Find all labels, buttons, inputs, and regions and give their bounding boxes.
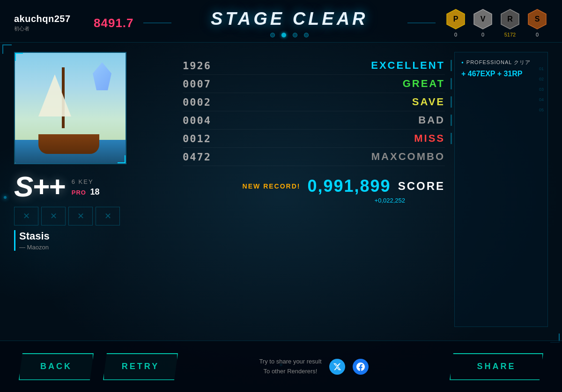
song-title-area: Stasis — Maozon <box>14 230 173 251</box>
badge-icon-p: P <box>445 8 466 30</box>
player-points: 8491.7 <box>94 16 134 30</box>
facebook-icon[interactable] <box>353 359 369 375</box>
stat-count-save: 0002 <box>183 96 225 108</box>
stat-row-excellent: 1926 EXCELLENT <box>183 57 445 75</box>
album-illustration <box>15 53 126 163</box>
right-panel: ● PROFESSIONAL クリア + 467EXP + 31RP 01 02… <box>454 52 548 327</box>
stat-row-maxcombo: 0472 MAXCOMBO <box>183 148 445 166</box>
ship-body <box>29 98 104 154</box>
badge-letter-r: R <box>507 15 513 23</box>
stat-row-bad: 0004 BAD <box>183 111 445 130</box>
share-button[interactable]: SHARE <box>450 353 543 380</box>
left-panel: S++ 6 KEY PRO 18 ✕ ✕ ✕ ✕ Stasis — Maozon <box>14 52 173 327</box>
scale-03: 03 <box>539 87 544 92</box>
reward-title: ● PROFESSIONAL クリア <box>461 59 541 66</box>
badge-v: V 0 <box>472 8 494 37</box>
dot-2 <box>281 33 286 37</box>
badge-icon-s: S <box>526 8 548 30</box>
reward-exp: + 467EXP + 31RP <box>461 70 541 78</box>
stat-row-great: 0007 GREAT <box>183 75 445 93</box>
song-artist: — Maozon <box>19 244 173 251</box>
badge-icon-v: V <box>472 8 494 30</box>
score-label: SCORE <box>398 180 445 193</box>
stage-clear-area: STAGE CLEAR <box>134 9 445 37</box>
rank-badges: P 0 V 0 R <box>445 8 548 37</box>
stat-row-save: 0002 SAVE <box>183 93 445 111</box>
badge-value-v: 0 <box>481 32 484 37</box>
back-button[interactable]: BACK <box>19 353 94 380</box>
badge-value-p: 0 <box>454 32 457 37</box>
stat-bar-save <box>451 96 452 108</box>
mod-box-1: ✕ <box>14 207 38 225</box>
stat-bar-great <box>451 78 452 89</box>
stat-label-save: SAVE <box>370 96 445 108</box>
badge-letter-v: V <box>481 15 486 23</box>
center-panel: 1926 EXCELLENT 0007 GREAT 0002 SAVE 0004… <box>183 52 445 327</box>
grade-text: S++ <box>14 170 65 203</box>
dot-3 <box>293 33 297 37</box>
dot-1 <box>270 33 275 37</box>
stat-label-maxcombo: MAXCOMBO <box>370 151 445 163</box>
album-art <box>14 52 126 164</box>
stat-label-excellent: EXCELLENT <box>370 59 445 72</box>
difficulty-label: PRO <box>72 189 86 196</box>
stat-label-miss: MISS <box>370 132 445 145</box>
badge-icon-r: R <box>499 8 521 30</box>
reward-dot: ● <box>461 60 464 65</box>
new-record-badge: NEW RECORD! <box>243 182 301 190</box>
badge-p: P 0 <box>445 8 466 37</box>
ship-hull <box>38 126 99 154</box>
stat-count-bad: 0004 <box>183 115 225 126</box>
progress-dots <box>270 33 309 37</box>
scale-01: 01 <box>539 66 544 71</box>
reward-title-text: PROFESSIONAL クリア <box>466 59 531 66</box>
badge-s: S 0 <box>526 8 548 37</box>
share-section: Try to share your result To other Render… <box>187 357 440 377</box>
stage-clear-title: STAGE CLEAR <box>211 9 368 29</box>
stat-count-maxcombo: 0472 <box>183 151 225 163</box>
mod-box-3: ✕ <box>68 207 93 225</box>
grade-area: S++ 6 KEY PRO 18 <box>14 170 173 203</box>
key-info: 6 KEY PRO 18 <box>72 178 100 197</box>
level-number: 18 <box>90 187 99 196</box>
share-text-line1: Try to share your result <box>259 357 321 367</box>
glow-dot <box>4 196 7 199</box>
side-scale: 01 02 03 04 05 <box>539 66 544 112</box>
stat-label-bad: BAD <box>370 114 445 126</box>
corner-decoration-tl <box>2 44 12 54</box>
stat-bar-miss <box>451 133 452 144</box>
top-bar: akuchqn257 初心者 8491.7 STAGE CLEAR P <box>0 0 562 43</box>
stat-bar-excellent <box>451 60 452 71</box>
share-text-line2: To other Renderers! <box>259 367 321 377</box>
song-title: Stasis <box>19 230 173 242</box>
stat-label-great: GREAT <box>370 78 445 90</box>
badge-r: R 5172 <box>499 8 521 37</box>
score-value: 0,991,899 <box>307 176 391 196</box>
badge-letter-p: P <box>453 15 458 23</box>
scale-02: 02 <box>539 77 544 81</box>
dot-4 <box>304 33 309 37</box>
score-row: NEW RECORD! 0,991,899 SCORE <box>183 176 445 196</box>
stat-count-great: 0007 <box>183 78 225 90</box>
player-rank: 初心者 <box>14 25 89 32</box>
player-info: akuchqn257 初心者 <box>14 14 89 32</box>
stat-bar-bad <box>451 115 452 126</box>
badge-letter-s: S <box>535 15 540 23</box>
stat-count-excellent: 1926 <box>183 60 225 72</box>
mod-boxes: ✕ ✕ ✕ ✕ <box>14 207 173 225</box>
mod-box-2: ✕ <box>41 207 66 225</box>
stat-count-miss: 0012 <box>183 133 225 145</box>
stat-row-miss: 0012 MISS <box>183 130 445 148</box>
score-diff: +0,022,252 <box>183 197 405 204</box>
player-name: akuchqn257 <box>14 14 89 24</box>
twitter-icon[interactable] <box>329 359 345 375</box>
retry-button[interactable]: RETRY <box>103 353 178 380</box>
key-label: 6 KEY <box>72 178 100 185</box>
mod-box-4: ✕ <box>96 207 120 225</box>
main-content: S++ 6 KEY PRO 18 ✕ ✕ ✕ ✕ Stasis — Maozon <box>0 43 562 336</box>
scale-04: 04 <box>539 97 544 102</box>
badge-value-r: 5172 <box>504 32 516 37</box>
bottom-bar: BACK RETRY Try to share your result To o… <box>0 341 562 392</box>
scale-05: 05 <box>539 108 544 112</box>
badge-value-s: 0 <box>536 32 539 37</box>
